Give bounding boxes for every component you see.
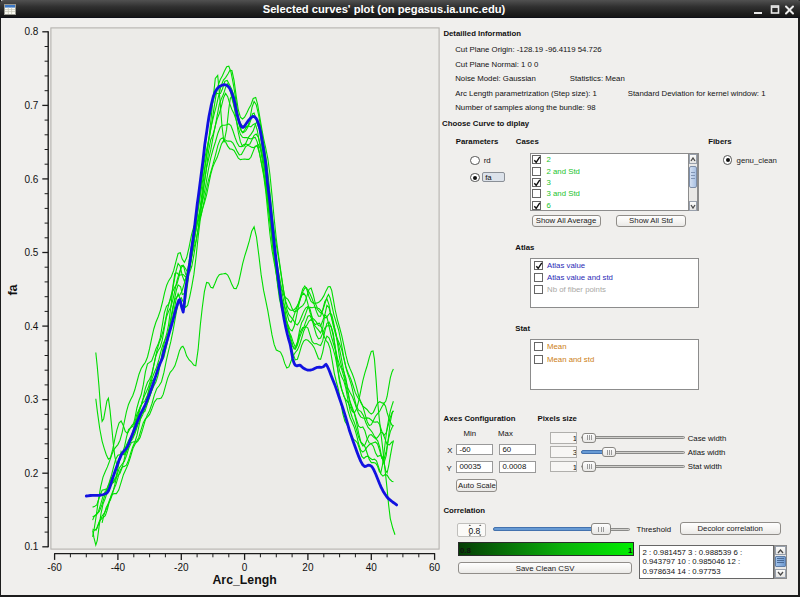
svg-text:-60: -60 [47,562,62,573]
svg-text:Arc_Lengh: Arc_Lengh [212,573,276,587]
svg-text:0.1: 0.1 [24,541,38,552]
svg-text:0.3: 0.3 [24,394,38,405]
svg-text:60: 60 [429,562,441,573]
svg-text:40: 40 [366,562,378,573]
svg-text:-40: -40 [111,562,126,573]
svg-text:fa: fa [6,283,20,295]
svg-text:0.6: 0.6 [24,174,38,185]
svg-text:0.8: 0.8 [24,26,38,37]
svg-text:-20: -20 [174,562,189,573]
svg-text:20: 20 [302,562,314,573]
svg-text:0.5: 0.5 [24,247,38,258]
svg-text:0.7: 0.7 [24,100,38,111]
svg-text:0: 0 [242,562,248,573]
svg-text:0.4: 0.4 [24,321,38,332]
svg-text:0.2: 0.2 [24,468,38,479]
